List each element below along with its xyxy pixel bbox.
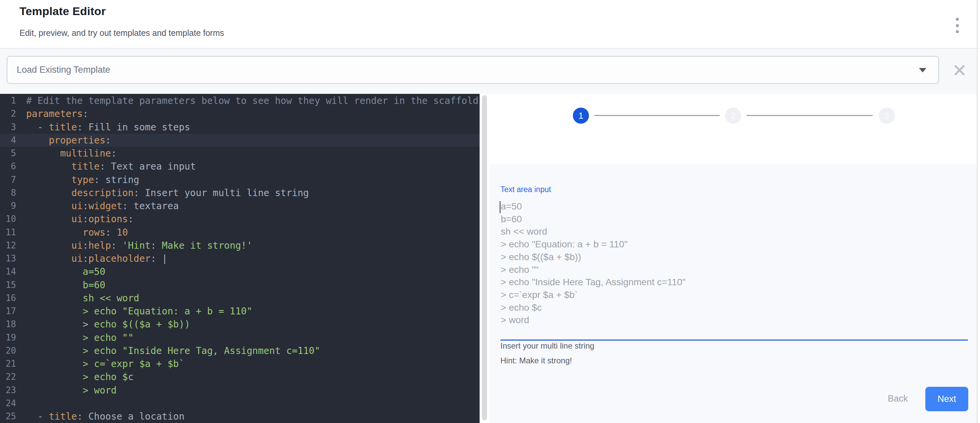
code-line[interactable]: 22 > echo $c <box>0 371 480 383</box>
code-line[interactable]: 11 rows: 10 <box>0 226 480 239</box>
line-number: 13 <box>0 252 16 265</box>
code-line[interactable]: 9 ui:widget: textarea <box>0 200 480 212</box>
line-number: 4 <box>0 134 16 147</box>
textarea-placeholder-line: > echo $c <box>501 301 964 314</box>
next-button[interactable]: Next <box>925 387 968 411</box>
code-line[interactable]: 7 type: string <box>0 173 480 186</box>
line-content: > echo "Equation: a + b = 110" <box>16 305 252 318</box>
textarea-focus-underline <box>500 339 968 341</box>
step-3-circle[interactable]: 3 <box>879 108 895 124</box>
code-line[interactable]: 1# Edit the template parameters below to… <box>0 94 480 107</box>
code-line[interactable]: 12 ui:help: 'Hint: Make it strong!' <box>0 239 480 252</box>
code-line[interactable]: 16 sh << word <box>0 292 480 305</box>
line-number: 24 <box>0 397 16 410</box>
line-number: 22 <box>0 371 16 383</box>
editor-scrollbar-track <box>480 94 490 423</box>
line-number: 1 <box>0 94 16 107</box>
line-content: rows: 10 <box>16 226 128 239</box>
line-number: 8 <box>0 186 16 200</box>
back-button[interactable]: Back <box>888 393 908 404</box>
kebab-menu-icon[interactable] <box>953 18 962 33</box>
line-content: ui:widget: textarea <box>16 200 179 212</box>
textarea-placeholder-line: > echo "Equation: a + b = 110" <box>501 238 964 251</box>
code-line[interactable]: 17 > echo "Equation: a + b = 110" <box>0 305 480 318</box>
line-number: 18 <box>0 318 16 331</box>
code-line[interactable]: 19 > echo "" <box>0 331 480 344</box>
line-number: 3 <box>0 120 16 134</box>
header: Template Editor Edit, preview, and try o… <box>0 0 980 48</box>
line-content: > echo $c <box>16 371 134 383</box>
code-line[interactable]: 14 a=50 <box>0 265 480 278</box>
line-content: # Edit the template parameters below to … <box>16 94 479 107</box>
code-line[interactable]: 20 > echo "Inside Here Tag, Assignment c… <box>0 344 480 357</box>
line-number: 12 <box>0 239 16 252</box>
code-line[interactable]: 25 - title: Choose a location <box>0 410 480 423</box>
line-content: > c=`expr $a + $b` <box>16 357 185 371</box>
template-editor-app: Template Editor Edit, preview, and try o… <box>0 0 980 423</box>
textarea-placeholder-line: > echo $(($a + $b)) <box>501 251 964 263</box>
line-content: > echo "" <box>16 331 134 344</box>
line-content <box>16 397 26 410</box>
code-line[interactable]: 10 ui:options: <box>0 212 480 226</box>
line-number: 25 <box>0 410 16 423</box>
line-number: 11 <box>0 226 16 239</box>
textarea-placeholder-line: > word <box>501 314 964 326</box>
toolbar: Load Existing Template <box>0 49 977 94</box>
line-content: type: string <box>16 173 139 186</box>
line-number: 16 <box>0 292 16 305</box>
code-line[interactable]: 2parameters: <box>0 107 480 120</box>
step-connector <box>746 115 873 116</box>
line-number: 5 <box>0 147 16 160</box>
code-line[interactable]: 18 > echo $(($a + $b)) <box>0 318 480 331</box>
line-content: > echo "Inside Here Tag, Assignment c=11… <box>16 344 320 357</box>
line-content: b=60 <box>16 279 105 292</box>
code-line[interactable]: 24 <box>0 397 480 410</box>
line-content: properties: <box>16 134 111 147</box>
line-content: - title: Choose a location <box>16 410 185 423</box>
code-line[interactable]: 5 multiline: <box>0 147 480 160</box>
line-content: > word <box>16 384 117 397</box>
chevron-down-icon <box>919 68 926 72</box>
step-2-circle[interactable]: 2 <box>725 108 741 124</box>
multiline-textarea[interactable]: a=50b=60sh << word> echo "Equation: a + … <box>501 200 964 328</box>
kebab-dot <box>956 24 959 27</box>
field-description: Insert your multi line string <box>500 341 594 351</box>
page-title: Template Editor <box>19 5 106 18</box>
textarea-placeholder-line: b=60 <box>501 213 964 226</box>
line-content: sh << word <box>16 292 139 305</box>
code-line[interactable]: 4 properties: <box>0 134 480 147</box>
code-line[interactable]: 3 - title: Fill in some steps <box>0 120 480 134</box>
line-number: 20 <box>0 344 16 357</box>
textarea-field-label: Text area input <box>500 185 551 194</box>
code-line[interactable]: 21 > c=`expr $a + $b` <box>0 357 480 371</box>
step-connector <box>594 115 720 116</box>
line-content: ui:options: <box>16 212 134 226</box>
clear-selection-button[interactable] <box>952 62 967 78</box>
textarea-placeholder-line: > echo "Inside Here Tag, Assignment c=11… <box>501 276 964 288</box>
textarea-placeholder-line: a=50 <box>501 200 964 213</box>
yaml-code-editor[interactable]: 1# Edit the template parameters below to… <box>0 94 480 423</box>
form-preview-panel: Text area input a=50b=60sh << word> echo… <box>490 164 977 423</box>
page-subtitle: Edit, preview, and try out templates and… <box>19 28 224 38</box>
line-content: > echo $(($a + $b)) <box>16 318 190 331</box>
code-line[interactable]: 8 description: Insert your multi line st… <box>0 186 480 200</box>
line-number: 17 <box>0 305 16 318</box>
textarea-placeholder-line: > echo "" <box>501 263 964 276</box>
line-number: 23 <box>0 384 16 397</box>
load-template-placeholder: Load Existing Template <box>17 57 110 83</box>
load-template-select[interactable]: Load Existing Template <box>7 56 939 84</box>
line-content: title: Text area input <box>16 160 196 173</box>
textarea-placeholder-line: > c=`expr $a + $b` <box>501 288 964 301</box>
line-content: description: Insert your multi line stri… <box>16 186 309 200</box>
editor-scrollbar-thumb[interactable] <box>482 95 487 420</box>
line-content: parameters: <box>16 107 88 120</box>
step-1-circle[interactable]: 1 <box>573 108 589 124</box>
line-number: 15 <box>0 279 16 292</box>
code-line[interactable]: 13 ui:placeholder: | <box>0 252 480 265</box>
code-line[interactable]: 23 > word <box>0 384 480 397</box>
line-number: 9 <box>0 200 16 212</box>
code-line[interactable]: 6 title: Text area input <box>0 160 480 173</box>
line-content: ui:placeholder: | <box>16 252 167 265</box>
preview-pane: 1 2 3 Fill in some steps Choose a locati… <box>490 94 977 423</box>
code-line[interactable]: 15 b=60 <box>0 279 480 292</box>
